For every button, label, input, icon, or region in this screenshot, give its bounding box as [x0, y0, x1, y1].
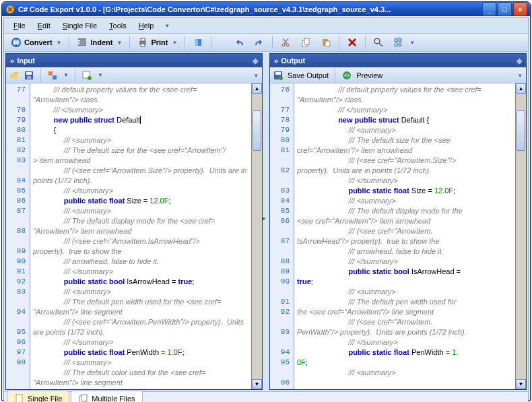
options2-icon[interactable]: [81, 70, 92, 81]
app-icon: [5, 4, 15, 15]
menubar: File Edit Single File Tools Help ▾: [4, 18, 528, 33]
files-icon: [78, 393, 89, 402]
svg-rect-19: [48, 71, 53, 75]
indent-button[interactable]: Indent▼: [73, 36, 126, 49]
input-code[interactable]: /// default property values for the <see…: [30, 83, 251, 389]
book-button[interactable]: [189, 36, 207, 49]
svg-point-13: [374, 38, 380, 44]
input-toolbar: ▼ ▼ ▾: [6, 67, 262, 83]
copy-button[interactable]: [296, 36, 315, 49]
output-toolbar: Save Output Preview ▾: [270, 67, 526, 83]
input-code-area[interactable]: 77 787980818283 84858687 88 8990919293 9…: [6, 83, 262, 389]
save-output-label[interactable]: Save Output: [288, 71, 329, 79]
output-scrollbar[interactable]: ▲▼: [515, 83, 526, 389]
close-button[interactable]: ×: [513, 2, 527, 16]
svg-rect-12: [325, 41, 330, 46]
preview-label[interactable]: Preview: [356, 71, 383, 79]
svg-rect-6: [195, 39, 198, 46]
copy-icon: [300, 37, 311, 48]
svg-point-7: [282, 44, 285, 46]
svg-rect-30: [81, 395, 87, 401]
tab-multiple-files[interactable]: Multiple Files: [71, 391, 142, 402]
indent-icon: [77, 37, 88, 48]
collapse-icon: »: [274, 57, 278, 65]
menu-file[interactable]: File: [8, 20, 31, 31]
output-code-area[interactable]: 76 7778798081 82 83848586 87 888990 9192…: [270, 83, 526, 389]
svg-rect-4: [141, 44, 145, 46]
maximize-button[interactable]: □: [498, 2, 512, 16]
replace-icon: abac: [393, 37, 404, 48]
pane-toolbar-overflow[interactable]: ▾: [517, 72, 523, 79]
find-icon: [373, 37, 384, 48]
pane-menu-icon[interactable]: ◆: [253, 57, 258, 65]
replace-button[interactable]: abac: [389, 36, 408, 49]
undo-button[interactable]: [230, 36, 248, 49]
cut-icon: [280, 37, 291, 48]
main-toolbar: Convert▼ Indent▼ Print▼: [4, 33, 528, 52]
output-pane: » Output ◆ Save Output Preview ▾ 76 7778…: [269, 53, 527, 390]
menu-help[interactable]: Help: [133, 20, 160, 31]
menu-tools[interactable]: Tools: [104, 20, 132, 31]
pane-toolbar-overflow[interactable]: ▾: [253, 72, 259, 79]
input-gutter: 77 787980818283 84858687 88 8990919293 9…: [6, 83, 30, 389]
menu-edit[interactable]: Edit: [32, 20, 56, 31]
bottom-tabs: Single File Multiple Files: [4, 391, 528, 402]
svg-point-25: [279, 76, 283, 80]
save-icon[interactable]: [24, 70, 34, 81]
svg-rect-28: [16, 395, 22, 402]
window-title: C# Code Export v1.0.0 - [G:\Projects\Cod…: [18, 5, 482, 13]
cut-button[interactable]: [276, 36, 295, 49]
input-pane: » Input ◆ ▼ ▼ ▾ 77 787980818283 84858687…: [5, 53, 263, 390]
toolbar-overflow[interactable]: ▾: [409, 39, 415, 46]
titlebar[interactable]: C# Code Export v1.0.0 - [G:\Projects\Cod…: [2, 2, 530, 16]
find-button[interactable]: [369, 36, 388, 49]
file-icon: [14, 393, 25, 402]
input-pane-header[interactable]: » Input ◆: [6, 54, 262, 67]
menu-single-file[interactable]: Single File: [57, 20, 102, 31]
svg-point-22: [88, 76, 92, 80]
main-window: C# Code Export v1.0.0 - [G:\Projects\Cod…: [1, 1, 531, 401]
open-icon[interactable]: [9, 70, 20, 81]
svg-point-8: [286, 44, 289, 46]
delete-icon: [347, 37, 358, 48]
preview-icon[interactable]: [341, 70, 352, 81]
undo-icon: [234, 37, 244, 48]
svg-rect-20: [53, 75, 57, 79]
svg-rect-24: [275, 72, 281, 75]
redo-button[interactable]: [250, 36, 269, 49]
output-gutter: 76 7778798081 82 83848586 87 888990 9192…: [270, 83, 294, 389]
svg-rect-10: [304, 38, 309, 44]
paste-button[interactable]: [317, 36, 335, 49]
input-scrollbar[interactable]: ▲▼: [251, 83, 262, 389]
splitter[interactable]: [264, 52, 268, 391]
output-pane-header[interactable]: » Output ◆: [270, 54, 526, 67]
print-icon: [137, 37, 148, 48]
tab-single-file[interactable]: Single File: [7, 391, 69, 402]
svg-point-27: [346, 74, 348, 76]
pane-menu-icon[interactable]: ◆: [517, 57, 522, 65]
output-code[interactable]: /// default property values for the <see…: [294, 83, 515, 389]
paste-icon: [321, 37, 331, 48]
svg-rect-17: [26, 72, 32, 75]
minimize-button[interactable]: _: [482, 2, 496, 16]
options1-icon[interactable]: [47, 70, 58, 81]
print-button[interactable]: Print▼: [133, 36, 181, 49]
menu-overflow[interactable]: ▾: [160, 21, 174, 30]
svg-rect-18: [27, 76, 31, 79]
book-icon: [193, 37, 203, 48]
convert-icon: [11, 37, 22, 48]
collapse-icon: »: [10, 57, 14, 65]
convert-button[interactable]: Convert▼: [7, 36, 65, 49]
delete-button[interactable]: [343, 36, 362, 49]
save-output-icon[interactable]: [273, 70, 284, 81]
redo-icon: [254, 37, 265, 48]
svg-rect-3: [141, 38, 145, 41]
